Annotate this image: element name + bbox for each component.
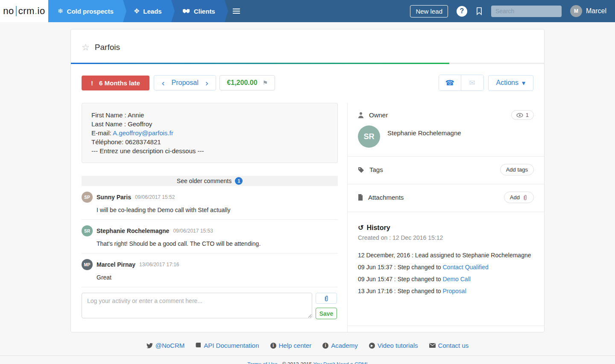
paperclip-emoji-icon — [522, 195, 528, 201]
actions-dropdown-button[interactable]: Actions ▾ — [488, 75, 534, 91]
lead-title-row: ☆ Parfois — [71, 29, 544, 63]
comment-avatar: SR — [82, 225, 93, 236]
footer-link-label: Contact us — [438, 342, 469, 349]
bookmark-icon[interactable] — [476, 7, 483, 15]
comment-text: That's right! Should be a good call. The… — [97, 240, 338, 247]
footer-link-academy[interactable]: i Academy — [322, 342, 358, 349]
tab-clients[interactable]: Clients — [171, 0, 225, 22]
comment-input-buttons: Save — [316, 293, 337, 319]
comment-text: I will be co-leading the Demo call with … — [97, 207, 338, 213]
person-icon — [358, 112, 364, 118]
pipeline-tabs: ❄ Cold prospects ✥ Leads Clients — [48, 0, 225, 22]
history-entry-link[interactable]: Contact Qualified — [443, 264, 489, 271]
history-entry-text: 09 Jun 15:47 : Step changed to — [358, 276, 443, 282]
top-navbar: nocrm.io ❄ Cold prospects ✥ Leads Client… — [0, 0, 615, 22]
exclamation-icon: ! — [91, 79, 93, 87]
comment-item: SP Sunny Paris 09/06/2017 15:52 I will b… — [82, 186, 338, 220]
logo-text-crm: crm — [18, 6, 35, 17]
call-button[interactable]: ☎ — [439, 75, 461, 90]
current-step-label[interactable]: Proposal — [172, 79, 199, 87]
book-icon — [196, 343, 201, 349]
lead-description[interactable]: First Name : Annie Last Name : Geoffroy … — [82, 103, 338, 163]
footer-link-help-center[interactable]: i Help center — [270, 342, 312, 349]
envelope-icon: ✉ — [469, 79, 475, 87]
comment-header: SP Sunny Paris 09/06/2017 15:52 — [82, 192, 338, 203]
snowflake-icon: ❄ — [58, 7, 63, 15]
envelope-icon — [429, 343, 436, 348]
history-entry-link[interactable]: Proposal — [443, 288, 466, 294]
add-attachment-button[interactable]: Add — [504, 192, 534, 203]
caret-down-icon: ▾ — [522, 79, 525, 87]
play-icon: ▸ — [369, 343, 375, 349]
tab-label: Clients — [194, 8, 215, 15]
see-older-comments-button[interactable]: See older comments 1 — [82, 176, 338, 186]
lead-status-row: ! 6 Months late ‹ Proposal › €1,200.00 ⚑… — [71, 64, 544, 91]
desc-placeholder: --- Entrez une description ci-dessous --… — [91, 146, 328, 155]
nocrm-logo[interactable]: nocrm.io — [0, 0, 48, 22]
older-count-badge: 1 — [235, 177, 243, 185]
comment-avatar: SP — [82, 192, 93, 203]
comment-author: Marcel Pirnay — [97, 261, 135, 268]
footer-link-twitter[interactable]: @NoCRM — [146, 342, 185, 349]
owner-header: Owner 1 — [358, 110, 534, 120]
owner-section: Owner 1 SR Stephanie Rochelemagne — [348, 103, 544, 157]
logo-dot: . — [35, 6, 38, 17]
add-tags-button[interactable]: Add tags — [500, 164, 534, 175]
star-icon[interactable]: ☆ — [82, 42, 90, 52]
comment-timestamp: 09/06/2017 15:52 — [135, 194, 175, 200]
copyright-text: - © 2013-2015 — [278, 361, 313, 364]
logo-text-no: no — [3, 6, 14, 17]
comment-header: MP Marcel Pirnay 13/06/2017 17:16 — [82, 259, 338, 270]
history-entry-text: 12 December, 2016 : Lead assigned to Ste… — [358, 252, 531, 259]
hamburger-menu-icon[interactable] — [225, 0, 249, 22]
history-entry-link[interactable]: Demo Call — [443, 276, 471, 282]
history-section: ↺ History Created on : 12 Dec 2016 15:12… — [348, 212, 544, 326]
footer-link-api-docs[interactable]: API Documentation — [196, 342, 259, 349]
chevron-left-icon[interactable]: ‹ — [162, 80, 165, 86]
logo-divider — [16, 6, 17, 16]
watchers-pill[interactable]: 1 — [511, 110, 534, 120]
search-input[interactable] — [491, 6, 562, 17]
owner-row[interactable]: SR Stephanie Rochelemagne — [358, 125, 534, 148]
user-menu[interactable]: M Marcel — [570, 5, 606, 17]
history-title-row: ↺ History — [358, 224, 534, 232]
late-status-button[interactable]: ! 6 Months late — [82, 76, 149, 90]
tab-leads[interactable]: ✥ Leads — [123, 0, 171, 22]
paperclip-icon — [323, 295, 329, 302]
terms-of-use-link[interactable]: Terms of Use — [247, 361, 278, 364]
footer-link-video-tutorials[interactable]: ▸ Video tutorials — [369, 342, 418, 349]
comment-input-row: Save — [82, 293, 338, 319]
navbar-spacer — [249, 0, 410, 22]
tab-cold-prospects[interactable]: ❄ Cold prospects — [48, 0, 123, 22]
footer-link-contact-us[interactable]: Contact us — [429, 342, 469, 349]
history-entry: 13 Jun 17:16 : Step changed to Proposal — [358, 285, 534, 297]
new-lead-button[interactable]: New lead — [410, 5, 448, 17]
tag-icon — [358, 167, 364, 173]
late-status-label: 6 Months late — [99, 79, 140, 87]
brand-link[interactable]: You Don't Need a CRM! — [313, 361, 367, 364]
comment-author: Stephanie Rochelemagne — [97, 227, 169, 234]
email-button[interactable]: ✉ — [461, 75, 483, 90]
twitter-icon — [146, 343, 153, 348]
comment-input[interactable] — [82, 293, 312, 318]
tab-label: Leads — [143, 8, 161, 15]
logo-text-io: io — [38, 6, 45, 17]
chevron-right-icon[interactable]: › — [205, 80, 208, 86]
history-title: History — [366, 224, 390, 232]
help-icon[interactable]: ? — [457, 6, 467, 17]
comment-header: SR Stephanie Rochelemagne 09/06/2017 15:… — [82, 225, 338, 236]
amount-box[interactable]: €1,200.00 ⚑ — [220, 75, 275, 90]
attach-file-button[interactable] — [316, 293, 337, 304]
email-link[interactable]: A.geoffroy@parfois.fr — [113, 129, 173, 137]
desc-last-name: Last Name : Geoffroy — [91, 119, 328, 128]
watchers-count: 1 — [526, 112, 529, 118]
footer-link-label: API Documentation — [204, 342, 259, 349]
comment-author: Sunny Paris — [97, 194, 131, 201]
save-button[interactable]: Save — [316, 308, 337, 319]
desc-email-line: E-mail: A.geoffroy@parfois.fr — [91, 128, 328, 137]
owner-label: Owner — [369, 111, 388, 119]
step-stepper: ‹ Proposal › — [154, 75, 217, 90]
lead-sidebar: Owner 1 SR Stephanie Rochelemagne — [347, 103, 544, 332]
owner-name: Stephanie Rochelemagne — [387, 129, 461, 137]
navbar-right-controls: New lead ? M Marcel — [410, 0, 615, 22]
